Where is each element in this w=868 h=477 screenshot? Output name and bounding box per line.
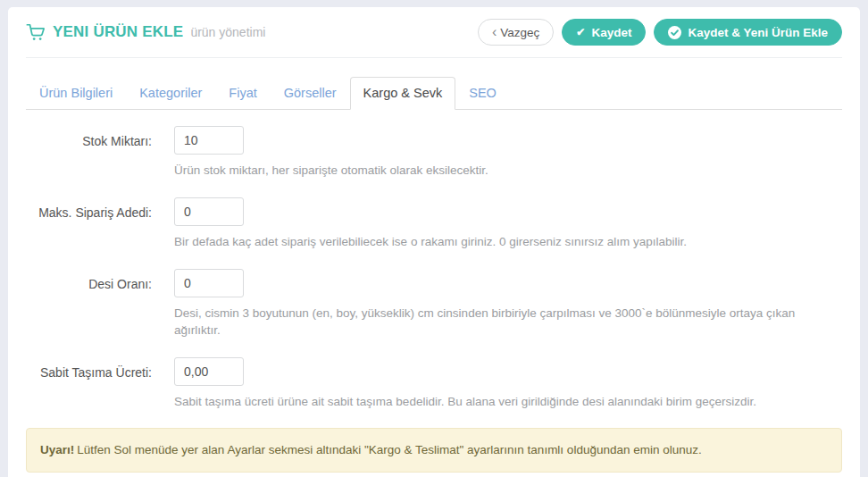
page-title: YENI ÜRÜN EKLE xyxy=(53,23,183,41)
fixed-shipping-fee-input[interactable] xyxy=(174,357,244,386)
save-and-new-button[interactable]: Kaydet & Yeni Ürün Ekle xyxy=(654,19,842,46)
check-icon: ✔ xyxy=(576,27,585,38)
stock-quantity-help: Ürün stok miktarı, her siparişte otomati… xyxy=(174,163,842,180)
tab-bar: Ürün Bilgileri Kategoriler Fiyat Görsell… xyxy=(26,77,842,110)
form-row-desi-ratio: Desi Oranı: Desi, cismin 3 boyutunun (en… xyxy=(26,269,842,339)
max-order-quantity-label: Maks. Sipariş Adedi: xyxy=(26,197,152,251)
tab-fiyat[interactable]: Fiyat xyxy=(215,77,270,110)
form-row-fixed-shipping-fee: Sabit Taşıma Ücreti: Sabit taşıma ücreti… xyxy=(26,357,842,411)
form-row-stock-quantity: Stok Miktarı: Ürün stok miktarı, her sip… xyxy=(26,126,842,180)
desi-ratio-label: Desi Oranı: xyxy=(26,269,152,339)
save-and-new-button-label: Kaydet & Yeni Ürün Ekle xyxy=(688,26,828,39)
save-button-label: Kaydet xyxy=(591,26,631,39)
chevron-left-icon: ‹ xyxy=(492,25,497,39)
save-button[interactable]: ✔ Kaydet xyxy=(562,19,646,46)
tab-urun-bilgileri[interactable]: Ürün Bilgileri xyxy=(26,77,126,110)
shopping-cart-icon xyxy=(26,22,46,42)
form-row-max-order-quantity: Maks. Sipariş Adedi: Bir defada kaç adet… xyxy=(26,197,842,251)
max-order-quantity-help: Bir defada kaç adet sipariş verilebiliec… xyxy=(174,234,842,251)
check-circle-icon xyxy=(668,26,681,39)
page-title-group: YENI ÜRÜN EKLE ürün yönetimi xyxy=(26,22,265,42)
stock-quantity-label: Stok Miktarı: xyxy=(26,126,152,180)
page-subtitle: ürün yönetimi xyxy=(190,25,265,39)
max-order-quantity-input[interactable] xyxy=(174,197,244,226)
header-actions: ‹ Vazgeç ✔ Kaydet Kaydet & Yeni Ürün Ekl… xyxy=(478,19,842,46)
desi-ratio-input[interactable] xyxy=(174,269,244,297)
warning-text: Lütfen Sol menüde yer alan Ayarlar sekme… xyxy=(77,443,701,456)
warning-title: Uyarı! xyxy=(40,443,74,456)
fixed-shipping-fee-help: Sabit taşıma ücreti ürüne ait sabit taşı… xyxy=(174,394,842,411)
page-header: YENI ÜRÜN EKLE ürün yönetimi ‹ Vazgeç ✔ … xyxy=(26,7,842,58)
fixed-shipping-fee-label: Sabit Taşıma Ücreti: xyxy=(26,357,152,411)
tab-seo[interactable]: SEO xyxy=(455,77,510,110)
desi-ratio-help: Desi, cismin 3 boyutunun (en, boy, yükse… xyxy=(174,305,842,339)
shipping-form: Stok Miktarı: Ürün stok miktarı, her sip… xyxy=(26,126,842,410)
product-edit-panel: YENI ÜRÜN EKLE ürün yönetimi ‹ Vazgeç ✔ … xyxy=(8,7,860,477)
warning-alert: Uyarı!Lütfen Sol menüde yer alan Ayarlar… xyxy=(26,428,842,473)
tab-gorseller[interactable]: Görseller xyxy=(271,77,350,110)
tab-kargo-sevk[interactable]: Kargo & Sevk xyxy=(350,77,456,110)
cancel-button[interactable]: ‹ Vazgeç xyxy=(478,19,554,46)
cancel-button-label: Vazgeç xyxy=(500,26,539,39)
tab-kategoriler[interactable]: Kategoriler xyxy=(126,77,215,110)
stock-quantity-input[interactable] xyxy=(174,126,244,155)
